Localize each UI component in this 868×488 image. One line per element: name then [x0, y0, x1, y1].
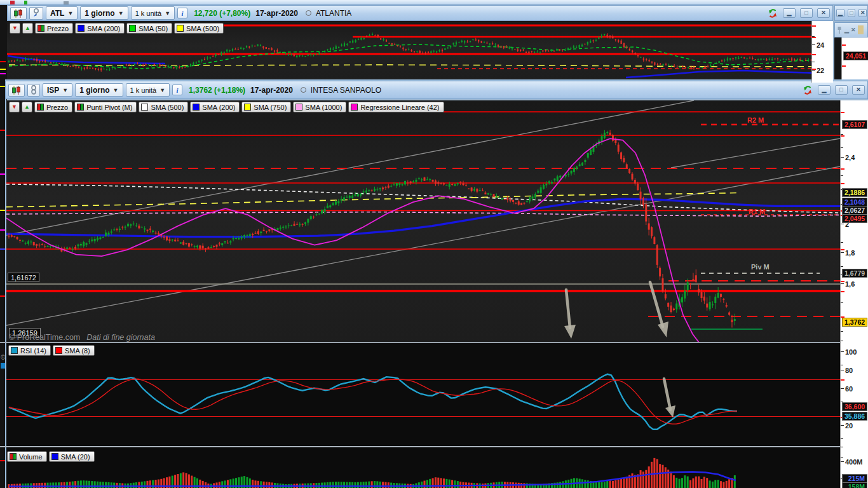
info-button[interactable]: i	[177, 8, 187, 18]
scale-level-tick	[841, 379, 844, 381]
minimize-button[interactable]: ▁	[844, 27, 849, 33]
candlestick-icon	[13, 9, 24, 18]
maximize-button[interactable]: □	[835, 85, 848, 95]
legend-chip-sma-1000-[interactable]: SMA (1000)	[293, 102, 346, 112]
background-scale-tick	[0, 69, 6, 70]
isp-timeframe-dropdown[interactable]: 1 giorno ▼	[75, 83, 123, 97]
atl-price-scale[interactable]: 2422	[811, 21, 833, 83]
legend-color-swatch	[244, 104, 251, 111]
legend-color-swatch	[141, 104, 148, 111]
scale-level-tick	[841, 281, 844, 282]
legend-chip-sma-50-[interactable]: SMA (50)	[126, 23, 172, 34]
legend-chip-prezzo[interactable]: Prezzo	[34, 102, 72, 112]
legend-chip-punti-pivot-m-[interactable]: Punti Pivot (M)	[74, 102, 137, 112]
chevron-down-icon: ▼	[159, 87, 165, 93]
refresh-icon[interactable]	[802, 85, 813, 95]
maximize-button[interactable]: □	[848, 9, 856, 17]
atl-timeframe-dropdown[interactable]: 1 giorno ▼	[80, 6, 128, 20]
atl-ticker-label: ATL	[50, 9, 64, 18]
refresh-icon[interactable]	[767, 8, 778, 18]
scale-tick-label: 100	[841, 348, 857, 356]
scale-price-label: 2,6107	[842, 120, 867, 129]
minimize-button[interactable]: ▁	[783, 8, 796, 18]
close-button[interactable]: ✕	[852, 85, 865, 95]
atl-units-label: 1 k unità	[135, 10, 162, 17]
scale-price-label: 2,1886	[842, 188, 867, 197]
legend-color-swatch	[351, 104, 358, 111]
legend-color-swatch	[78, 25, 85, 32]
legend-chip-label: Regressione Lineare (42)	[360, 104, 439, 111]
scroll-down-button[interactable]: ▼	[10, 23, 20, 34]
scale-minor-tick	[841, 130, 844, 139]
legend-chip-sma-750-[interactable]: SMA (750)	[241, 102, 291, 112]
minimize-button[interactable]: ▁	[836, 9, 844, 17]
legend-chip-sma-8-[interactable]: SMA (8)	[53, 345, 95, 356]
atl-units-dropdown[interactable]: 1 k unità ▼	[131, 6, 175, 20]
rsi-indicator-chart	[6, 343, 840, 446]
atl-timeframe-label: 1 giorno	[85, 9, 114, 18]
scale-minor-tick	[841, 172, 844, 180]
scale-level-tick	[812, 69, 816, 70]
folder-corner-decoration	[858, 25, 864, 34]
legend-chip-label: SMA (1000)	[305, 104, 342, 111]
legend-chip-sma-200-[interactable]: SMA (200)	[75, 23, 125, 34]
rsi-legend: RSI (14)SMA (8)	[8, 345, 95, 356]
scale-minor-tick	[841, 453, 844, 461]
scroll-up-button[interactable]: ▲	[22, 102, 32, 112]
atl-quote: 12,720 (+7,80%)	[194, 9, 250, 18]
legend-chip-sma-500-[interactable]: SMA (500)	[139, 102, 188, 112]
legend-color-swatch	[295, 104, 302, 111]
info-button[interactable]: i	[172, 85, 182, 95]
pin-icon	[836, 26, 843, 34]
isp-ticker-label: ISP	[47, 86, 59, 95]
pin-window-button[interactable]	[29, 7, 43, 20]
scroll-up-button[interactable]: ▲	[22, 23, 33, 34]
close-button[interactable]: ✕	[858, 9, 867, 17]
scale-level-tick	[841, 249, 844, 250]
legend-chip-label: SMA (8)	[65, 347, 90, 355]
scale-level-tick	[842, 44, 846, 46]
scale-tick-label: 24	[812, 41, 824, 49]
legend-chip-prezzo[interactable]: Prezzo	[35, 23, 73, 34]
isp-price-scale[interactable]: 2,421,81,6100806020400M2,61072,18862,104…	[840, 100, 868, 488]
isp-timeframe-label: 1 giorno	[79, 86, 109, 95]
legend-chip-sma-500-[interactable]: SMA (500)	[174, 23, 224, 34]
legend-chip-rsi-14-[interactable]: RSI (14)	[8, 345, 51, 356]
volume-chart	[6, 447, 840, 488]
isp-units-dropdown[interactable]: 1 k unità ▼	[126, 83, 170, 97]
legend-chip-sma-20-[interactable]: SMA (20)	[49, 451, 95, 462]
scale-level-tick	[841, 183, 844, 184]
trendline-value-label: 1,61672	[8, 273, 39, 282]
isp-candlestick-chart	[6, 100, 840, 342]
panel-separator[interactable]	[0, 342, 868, 343]
background-candle-icon	[10, 1, 15, 4]
legend-chip-volume[interactable]: Volume	[7, 451, 47, 462]
scale-minor-tick	[841, 238, 844, 247]
chart-type-candlestick-button[interactable]	[10, 7, 27, 20]
chevron-down-icon: ▼	[62, 87, 68, 93]
scale-tick-label: 20	[841, 421, 853, 430]
link-window-button[interactable]	[27, 84, 40, 97]
panel-separator[interactable]	[0, 446, 868, 447]
minimize-button[interactable]: ▁	[818, 85, 831, 95]
legend-color-swatch	[10, 453, 17, 460]
scroll-down-button[interactable]: ▼	[9, 102, 20, 112]
legend-color-swatch	[193, 104, 200, 111]
scale-price-label: 2,0495	[842, 214, 867, 223]
isp-ticker-dropdown[interactable]: ISP ▼	[43, 83, 72, 97]
close-button[interactable]: ✕	[817, 8, 830, 18]
legend-chip-label: SMA (20)	[61, 453, 90, 461]
atl-ticker-dropdown[interactable]: ATL ▼	[46, 6, 78, 20]
close-button[interactable]: ✕	[851, 27, 856, 33]
scale-level-tick	[841, 135, 844, 137]
chart-type-candlestick-button[interactable]	[8, 84, 25, 97]
scale-price-label: 158M	[842, 482, 867, 488]
background-candle-icon	[24, 1, 27, 4]
scale-minor-tick	[841, 327, 844, 336]
atl-titlebar: ATL ▼ 1 giorno ▼ 1 k unità ▼ i 12,720 (+…	[7, 5, 833, 21]
legend-chip-regressione-lineare-42-[interactable]: Regressione Lineare (42)	[348, 102, 444, 112]
maximize-button[interactable]: □	[800, 8, 813, 18]
pin-icon	[32, 8, 40, 18]
legend-chip-sma-200-[interactable]: SMA (200)	[190, 102, 240, 112]
legend-chip-label: Punti Pivot (M)	[86, 104, 132, 111]
